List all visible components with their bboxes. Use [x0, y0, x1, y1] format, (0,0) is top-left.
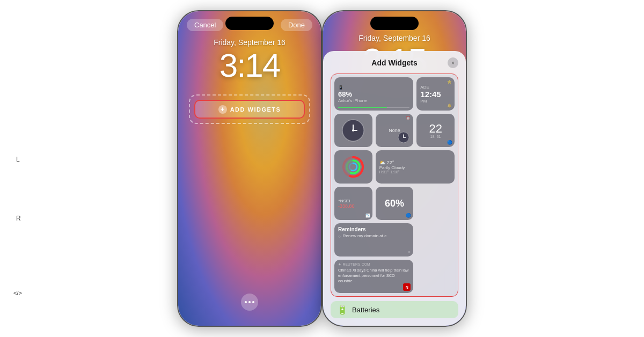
gw-cal-time: 12:45 — [420, 90, 441, 99]
gw-news-source: ✦ REUTERS.COM — [338, 262, 370, 267]
grid-widget-battery[interactable]: 📱 68% Ankur's iPhone — [334, 77, 413, 111]
top-buttons: Cancel Done — [178, 19, 321, 31]
gw-news-logo-text: N — [406, 285, 408, 289]
grid-widget-date[interactable]: 22 1831 🔵 — [416, 114, 455, 147]
dot2 — [248, 301, 251, 303]
grid-widget-none[interactable]: None ⏰ — [376, 114, 414, 147]
batteries-row[interactable]: 🔋 Batteries — [331, 301, 458, 318]
gw-bat-pct-icon: 🔵 — [406, 213, 411, 218]
gw-date-badge: 🔵 — [447, 140, 452, 145]
cancel-button[interactable]: Cancel — [187, 19, 223, 31]
dot3 — [252, 301, 254, 303]
add-widgets-label: ADD WIDGETS — [230, 106, 281, 113]
panel-header: Add Widgets × — [331, 57, 458, 68]
plus-circle-icon: + — [218, 105, 227, 114]
gw-stock-icon: 📉 — [365, 214, 370, 218]
gw-bat-name: Ankur's iPhone — [338, 98, 367, 103]
grid-widget-activity[interactable] — [334, 150, 372, 184]
grid-widget-stock[interactable]: ^NSEI -338.80 📉 — [334, 187, 372, 220]
gw-clock-svg — [341, 118, 365, 143]
gw-cal-location: ADE — [420, 85, 429, 90]
side-label-tag: </> — [13, 290, 22, 296]
gw-weather-temp: 22° — [387, 160, 394, 165]
gw-reminders-title: Reminders — [338, 226, 366, 232]
gw-activity-svg — [341, 155, 365, 179]
gw-cal-period: PM — [420, 99, 427, 104]
done-button[interactable]: Done — [281, 19, 312, 31]
gw-cal-star: ⭐ — [447, 80, 452, 84]
left-lock-time: 3:14 — [178, 46, 321, 84]
gw-bat-bar — [338, 107, 409, 108]
panel-title: Add Widgets — [341, 58, 448, 67]
three-dots-button[interactable] — [241, 294, 258, 311]
left-phone: Cancel Done Friday, September 16 3:14 + … — [177, 10, 322, 327]
gw-bat-pct-value: 60% — [385, 198, 404, 209]
grid-widget-news[interactable]: ✦ REUTERS.COM China's Xi says China will… — [334, 260, 413, 293]
gw-reminders-item: ○ Renew my domain at.c — [338, 233, 386, 239]
widget-grid: 📱 68% Ankur's iPhone ADE 12:45 PM 🔔 ⭐ — [331, 74, 458, 297]
grid-widget-reminders[interactable]: Reminders ○ Renew my domain at.c ≡ — [334, 223, 413, 257]
gw-reminders-icon: ≡ — [408, 250, 410, 254]
grid-widget-battery-pct[interactable]: 60% 🔵 — [376, 187, 414, 220]
gw-date-num: 22 — [429, 123, 442, 135]
grid-widget-weather[interactable]: ⛅ 22° Partly Cloudy H:31°L:18° — [376, 150, 455, 184]
gw-weather-condition: Partly Cloudy — [379, 165, 405, 170]
gw-weather-icon: ⛅ — [379, 160, 385, 165]
batteries-row-label: Batteries — [352, 306, 379, 314]
gw-date-sub: 1831 — [430, 135, 441, 138]
gw-news-headline: China's Xi says China will help train la… — [338, 268, 409, 283]
svg-point-9 — [352, 129, 354, 131]
right-phone: Friday, September 16 3:15 − 📱 68% Ankur'… — [322, 10, 467, 327]
grid-widget-clock[interactable] — [334, 114, 372, 147]
batteries-row-icon: 🔋 — [337, 305, 348, 315]
gw-stock-value: -338.80 — [338, 203, 355, 209]
gw-cal-icon: 🔔 — [447, 104, 452, 108]
gw-weather-top: ⛅ 22° — [379, 160, 394, 165]
gw-bat-pct: 68% — [338, 90, 352, 98]
panel-close-button[interactable]: × — [448, 57, 458, 68]
dot1 — [245, 301, 247, 303]
add-widgets-button[interactable]: + ADD WIDGETS — [194, 100, 305, 119]
gw-bat-bar-fill — [338, 107, 387, 108]
page-container: L R </> Cancel Done Friday, September 16… — [0, 0, 644, 337]
gw-cup-badge: ⏰ — [406, 116, 411, 120]
phones-wrapper: Cancel Done Friday, September 16 3:14 + … — [177, 10, 467, 327]
add-widgets-panel: Add Widgets × 📱 68% Ankur's iPhone — [323, 51, 466, 326]
grid-widget-calendar[interactable]: ADE 12:45 PM 🔔 ⭐ — [416, 77, 455, 111]
gw-news-logo: N — [403, 283, 411, 291]
right-phone-notch — [370, 17, 419, 30]
gw-stock-name: ^NSEI — [338, 199, 350, 203]
side-label-r: R — [16, 215, 21, 222]
gw-weather-range: H:31°L:18° — [379, 170, 400, 174]
side-label-l: L — [16, 156, 20, 163]
gw-cup-svg — [397, 131, 410, 144]
left-lock-date: Friday, September 16 — [178, 38, 321, 47]
gw-bat-icon: 📱 — [338, 85, 343, 90]
gw-reminders-text: Renew my domain at.c — [343, 233, 386, 239]
gw-reminders-circle: ○ — [338, 234, 341, 239]
